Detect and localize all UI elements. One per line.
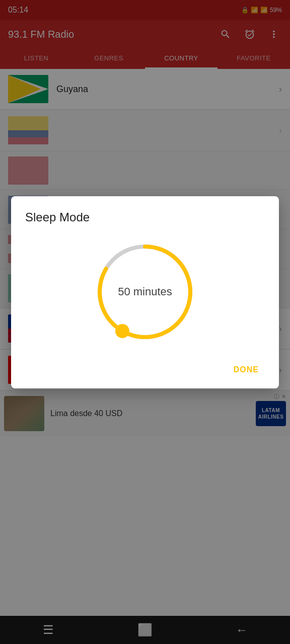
dialog-actions: DONE <box>25 357 265 378</box>
slider-center-label: 50 minutes <box>118 285 172 298</box>
done-button[interactable]: DONE <box>228 361 265 378</box>
circular-slider-container: 50 minutes <box>25 236 265 347</box>
circular-slider[interactable]: 50 minutes <box>90 236 200 347</box>
sleep-mode-dialog: Sleep Mode 50 minutes DONE <box>11 196 279 388</box>
svg-point-2 <box>115 324 129 338</box>
dialog-title: Sleep Mode <box>25 210 265 224</box>
